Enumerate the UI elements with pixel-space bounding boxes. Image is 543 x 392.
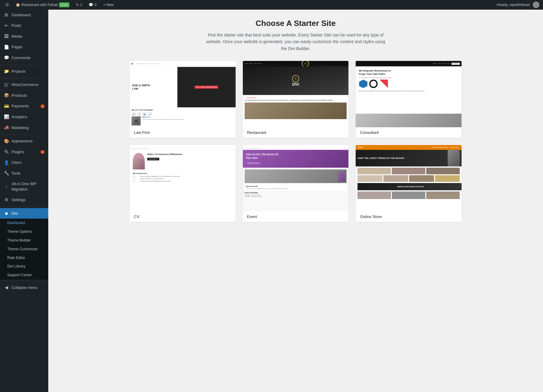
sidebar-label-tools: Tools <box>11 171 21 176</box>
store-thumb-2 <box>392 168 425 174</box>
sidebar-label-products: Products <box>11 93 27 98</box>
sidebar-item-settings[interactable]: ⚙ Settings <box>0 194 48 205</box>
divi-theme-customizer-label: Theme Customizer <box>7 247 38 252</box>
starter-card-online-store[interactable]: STORE SHOP NOW SHOP THE LATEST TRENDS OF… <box>356 145 462 222</box>
collapse-menu-btn[interactable]: ◀ Collapse menu <box>0 282 48 293</box>
ev-header <box>243 145 349 150</box>
sidebar-label-divi: Divi <box>11 211 18 216</box>
new-item[interactable]: + New <box>101 0 115 10</box>
site-name-link[interactable]: Restaurant with Fahad <box>21 3 58 7</box>
cv-work-title: Work Experience <box>133 172 233 174</box>
sidebar-item-users[interactable]: 👤 Users <box>0 157 48 168</box>
divi-submenu: Dashboard Theme Options Theme Builder Th… <box>0 219 48 280</box>
starter-card-cv[interactable]: Hello, I'm Cameron Williamson DOWNLOAD C… <box>130 145 236 222</box>
plugins-badge: 1 <box>40 150 45 154</box>
sidebar-item-woocommerce[interactable]: 🛒 WooCommerce <box>0 80 48 90</box>
cv-desc-3: UI Designer at Startup. Built design sys… <box>140 180 171 182</box>
sidebar-item-all-in-one[interactable]: ↕ All-in-One WP Migration <box>0 179 48 194</box>
starter-card-restaurant[interactable]: D D DIVI — RESTAURANT — An award-winning… <box>243 61 349 138</box>
starter-card-event[interactable]: Join Us For The Event Of The Year! REGIS… <box>243 145 349 222</box>
lf-dot-red <box>132 63 133 65</box>
sidebar-item-tools[interactable]: 🔧 Tools <box>0 168 48 179</box>
cv-entry-1: 2020– Director of Design at Digital Agen… <box>133 175 233 177</box>
sidebar-item-dashboard[interactable]: ⊞ Dashboard <box>0 10 48 21</box>
sidebar-item-marketing[interactable]: 📣 Marketing <box>0 122 48 133</box>
rest-hero: D DIVI <box>243 66 349 95</box>
collapse-label: Collapse menu <box>11 285 38 290</box>
divi-submenu-theme-builder[interactable]: Theme Builder <box>0 236 48 245</box>
ev-nav <box>245 145 262 150</box>
payments-icon: 💳 <box>4 103 9 109</box>
lf-title: DOE & SMITHLAW <box>132 84 175 90</box>
store-hero-model <box>448 150 460 166</box>
lf-nav <box>136 63 159 64</box>
sidebar-item-comments[interactable]: 💬 Comments <box>0 52 48 63</box>
sidebar: ⊞ Dashboard ✏ Posts 🖼 Media 📄 Pages 💬 Co… <box>0 10 48 392</box>
sidebar-item-products[interactable]: 📦 Products <box>0 90 48 101</box>
cv-name: Hello, I'm Cameron Williamson <box>147 153 233 156</box>
sidebar-label-projects: Projects <box>11 69 26 74</box>
sidebar-label-settings: Settings <box>11 197 26 203</box>
lf-cta: GET A FREE CONSULTATION <box>195 86 218 89</box>
sidebar-item-appearance[interactable]: 🎨 Appearance <box>0 136 48 147</box>
lf-icon-1: ⚖ <box>132 112 136 116</box>
ev-title: Join Us For The Event Of The Year! <box>246 153 282 160</box>
posts-icon: ✏ <box>4 23 9 29</box>
sidebar-item-posts[interactable]: ✏ Posts <box>0 21 48 31</box>
divi-submenu-dashboard[interactable]: Dashboard <box>0 219 48 227</box>
starter-card-law-firm[interactable]: DOE & SMITHLAW GET A FREE CONSULTATION W… <box>130 61 236 138</box>
sidebar-label-plugins: Plugins <box>11 149 24 155</box>
sidebar-item-plugins[interactable]: 🔌 Plugins 1 <box>0 147 48 157</box>
sidebar-label-woocommerce: WooCommerce <box>11 82 39 87</box>
divi-submenu-theme-options[interactable]: Theme Options <box>0 227 48 236</box>
cv-nav <box>132 145 148 150</box>
divi-submenu-theme-customizer[interactable]: Theme Customizer <box>0 245 48 254</box>
sidebar-divider-5 <box>0 281 48 281</box>
rest-img <box>245 103 347 119</box>
wp-logo-item[interactable]: ⓦ <box>4 0 11 10</box>
site-name-item[interactable]: 🏠 Restaurant with Fahad Live <box>14 0 71 10</box>
sidebar-divider-4 <box>0 207 48 207</box>
cv-year-1: 2020– <box>133 175 139 177</box>
sidebar-item-media[interactable]: 🖼 Media <box>0 31 48 42</box>
sidebar-divider-1 <box>0 65 48 65</box>
sidebar-label-media: Media <box>11 34 22 39</box>
store-thumb-4 <box>357 175 382 182</box>
store-row-1 <box>357 168 460 174</box>
cv-preview: Hello, I'm Cameron Williamson DOWNLOAD C… <box>130 145 236 211</box>
new-link[interactable]: + New <box>103 3 113 7</box>
sidebar-label-comments: Comments <box>11 55 30 61</box>
lf-about: ⚖ ABOUT US Lorem ipsum dolor sit amet co… <box>132 116 234 125</box>
products-icon: 📦 <box>4 93 9 99</box>
sidebar-item-payments[interactable]: 💳 Payments 1 <box>0 101 48 112</box>
lf-about-img: ⚖ <box>132 116 141 125</box>
media-icon: 🖼 <box>4 33 9 40</box>
updates-item[interactable]: ↻ 1 <box>74 0 84 10</box>
divi-role-editor-label: Role Editor <box>7 255 25 261</box>
sidebar-item-pages[interactable]: 📄 Pages <box>0 42 48 53</box>
cons-header: CONTACT <box>356 61 462 66</box>
sidebar-item-divi[interactable]: ◆ Divi <box>0 208 48 219</box>
lf-icon-2: 📋 <box>137 112 141 116</box>
comments-item[interactable]: 💬 0 <box>87 0 98 10</box>
divi-submenu-support-center[interactable]: Support Center <box>0 271 48 280</box>
cv-entry-2: 2018– Associate Design Director at Creat… <box>133 178 233 179</box>
main-content: Choose A Starter Site Pick the starter s… <box>48 10 543 392</box>
starter-card-consultant[interactable]: CONTACT We Empower Businesses to Forge T… <box>356 61 462 138</box>
consultant-label: Consultant <box>356 127 462 138</box>
ev-about-text: Join us for the most anticipated event o… <box>246 188 346 189</box>
restaurant-label: Restaurant <box>243 127 349 138</box>
cv-year-3: 2015– <box>133 180 139 182</box>
all-in-one-icon: ↕ <box>4 184 9 190</box>
rest-logo-hero: D <box>292 75 299 82</box>
sidebar-item-projects[interactable]: 📁 Projects <box>0 66 48 77</box>
divi-submenu-divi-library[interactable]: Divi Library <box>0 262 48 271</box>
ev-body: About The Event Join us for the most ant… <box>243 168 349 212</box>
cons-shape-2 <box>369 79 378 88</box>
home-icon: 🏠 <box>16 3 20 7</box>
divi-submenu-role-editor[interactable]: Role Editor <box>0 254 48 262</box>
rest-nav <box>245 63 262 64</box>
store-fashion-row <box>356 190 462 200</box>
ev-img <box>245 169 347 183</box>
sidebar-item-analytics[interactable]: 📊 Analytics <box>0 112 48 122</box>
